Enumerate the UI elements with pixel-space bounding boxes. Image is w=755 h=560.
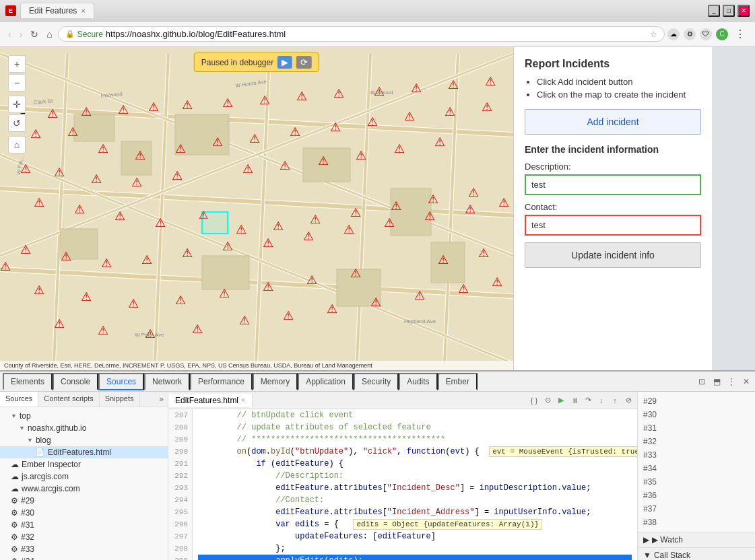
browser-favicon: E xyxy=(5,5,16,16)
tab-performance[interactable]: Performance xyxy=(190,373,253,390)
tree-item-top[interactable]: ▼ top xyxy=(0,410,168,422)
tree-item-editfeatures[interactable]: 📄 EditFeatures.html xyxy=(0,446,168,458)
bullet-2: Click on the map to create the incident xyxy=(537,90,701,100)
tree-item-33[interactable]: ⚙ #33 xyxy=(0,543,168,555)
close-button[interactable]: ✕ xyxy=(737,5,750,17)
zoom-out-button[interactable]: − xyxy=(8,74,26,92)
star-icon[interactable]: ☆ xyxy=(650,30,657,39)
ext-icon-3[interactable]: 🛡 xyxy=(700,28,712,40)
editor-tab-file[interactable]: EditFeatures.html × xyxy=(168,394,253,407)
devtools-undock-icon[interactable]: ⬒ xyxy=(711,376,723,388)
tree-item-31[interactable]: ⚙ #31 xyxy=(0,519,168,531)
sources-tab-snippets[interactable]: Snippets xyxy=(100,392,140,407)
paused-text: Paused in debugger xyxy=(201,58,273,67)
zoom-in-button[interactable]: + xyxy=(8,55,26,73)
update-button[interactable]: Update incident info xyxy=(525,242,701,268)
callstack-header[interactable]: ▼ Call Stack xyxy=(638,548,755,560)
devtools-close-icon[interactable]: ✕ xyxy=(740,376,752,388)
home-button[interactable]: ⌂ xyxy=(44,26,55,42)
tree-item-30[interactable]: ⚙ #30 xyxy=(0,507,168,519)
tab-sources[interactable]: Sources xyxy=(98,373,144,390)
menu-button[interactable]: ⋮ xyxy=(731,26,750,42)
tree-item-29[interactable]: ⚙ #29 xyxy=(0,495,168,507)
resume-button[interactable]: ▶ xyxy=(277,56,292,69)
forward-button[interactable]: › xyxy=(17,26,26,42)
home-map-button[interactable]: ⌂ xyxy=(8,136,26,153)
tab-security[interactable]: Security xyxy=(354,373,399,390)
cloud-icon-ember: ☁ xyxy=(11,460,19,469)
tab-close-icon[interactable]: × xyxy=(81,7,85,15)
sources-tab-more[interactable]: » xyxy=(155,392,168,407)
devtools-more-icon[interactable]: ⋮ xyxy=(725,376,737,388)
address-bar[interactable]: 🔒 Secure https://noashx.github.io/blog/E… xyxy=(58,26,665,42)
gear-icon-31: ⚙ xyxy=(11,520,18,530)
tab-network[interactable]: Network xyxy=(144,373,190,390)
tab-ember[interactable]: Ember xyxy=(438,373,478,390)
contact-input[interactable] xyxy=(525,215,701,236)
compass-button[interactable]: ✛ xyxy=(8,96,26,113)
tree-item-jsarcgis[interactable]: ☁ js.arcgis.com xyxy=(0,470,168,483)
tab-elements[interactable]: Elements xyxy=(3,373,53,390)
active-tab[interactable]: Edit Features × xyxy=(20,3,94,18)
gear-icon-32: ⚙ xyxy=(11,532,18,542)
tab-memory[interactable]: Memory xyxy=(253,373,298,390)
step-out-icon[interactable]: ↑ xyxy=(609,394,621,407)
form-title: Enter the incident information xyxy=(525,144,701,155)
sources-tab-sources[interactable]: Sources xyxy=(0,392,38,407)
format-icon[interactable]: { } xyxy=(528,394,540,407)
tree-label-wwwarcgis: www.arcgis.com xyxy=(22,484,80,493)
tree-label-32: #32 xyxy=(21,532,34,542)
map-container: Clark St Horwood W Home Ave Briawood W F… xyxy=(0,47,513,370)
callstack-chevron: ▼ xyxy=(643,551,651,560)
back-button[interactable]: ‹ xyxy=(5,26,14,42)
tab-application[interactable]: Application xyxy=(298,373,354,390)
tree-item-wwwarcgis[interactable]: ☁ www.arcgis.com xyxy=(0,483,168,495)
tab-console[interactable]: Console xyxy=(53,373,98,390)
code-editor: EditFeatures.html × { } ⊙ ▶ ⏸ ↷ ↓ ↑ ⊘ xyxy=(168,392,637,560)
devtools-dock-icon[interactable]: ⊡ xyxy=(696,376,708,388)
reload-button[interactable]: ↻ xyxy=(28,26,41,42)
tree-item-34[interactable]: ⚙ #34 xyxy=(0,555,168,560)
cloud-icon-wwwarcgis: ☁ xyxy=(11,484,19,493)
rotate-button[interactable]: ↺ xyxy=(8,114,26,132)
pause-icon[interactable]: ⏸ xyxy=(568,394,581,407)
tab-audits[interactable]: Audits xyxy=(399,373,437,390)
ext-icon-2[interactable]: ⚙ xyxy=(684,28,696,40)
code-line-292: //Description: xyxy=(198,470,632,482)
step-in-icon[interactable]: ↓ xyxy=(595,394,608,407)
callstack-label: Call Stack xyxy=(654,551,690,560)
watch-header[interactable]: ▶ ▶ Watch xyxy=(638,532,755,547)
navigate-icon[interactable]: ⊙ xyxy=(541,394,554,407)
right-num-32: #32 xyxy=(638,435,755,448)
folder-chevron: ▼ xyxy=(11,413,17,419)
add-incident-button[interactable]: Add incident xyxy=(525,109,701,135)
sources-sidebar: Sources Content scripts Snippets » ▼ top… xyxy=(0,392,168,560)
right-num-31: #31 xyxy=(638,421,755,435)
sources-tab-content[interactable]: Content scripts xyxy=(38,392,99,407)
ext-icon-4[interactable]: C xyxy=(716,28,728,40)
map-attribution: County of Riverside, Esri, HERE, DeLorme… xyxy=(0,361,513,370)
right-num-29: #29 xyxy=(638,394,755,408)
tree-item-32[interactable]: ⚙ #32 xyxy=(0,531,168,543)
lock-icon: 🔒 xyxy=(65,30,75,38)
title-bar: E Edit Features × _ □ ✕ xyxy=(0,0,755,22)
ext-icon-1[interactable]: ☁ xyxy=(667,28,680,40)
minimize-button[interactable]: _ xyxy=(708,5,720,17)
svg-rect-24 xyxy=(121,141,152,175)
step-over-icon[interactable]: ↷ xyxy=(582,394,594,407)
step-button[interactable]: ⟳ xyxy=(296,56,312,69)
editor-tab-bar: EditFeatures.html × { } ⊙ ▶ ⏸ ↷ ↓ ↑ ⊘ xyxy=(168,392,637,409)
code-area[interactable]: 287 288 289 290 291 292 293 294 295 296 … xyxy=(168,409,637,560)
code-line-298: updateFeatures: [editFeature] xyxy=(198,530,632,542)
maximize-button[interactable]: □ xyxy=(723,5,735,17)
code-line-293: editFeature.attributes["Incident_Desc"] … xyxy=(198,482,632,494)
tree-item-github[interactable]: ▼ noashx.github.io xyxy=(0,422,168,434)
run-icon[interactable]: ▶ xyxy=(555,394,567,407)
tree-item-blog[interactable]: ▼ blog xyxy=(0,434,168,446)
tree-item-ember[interactable]: ☁ Ember Inspector xyxy=(0,458,168,470)
watch-label: ▶ Watch xyxy=(652,535,683,545)
editor-tab-close[interactable]: × xyxy=(241,396,245,404)
description-input[interactable] xyxy=(525,174,701,195)
deactivate-icon[interactable]: ⊘ xyxy=(622,394,634,407)
svg-text:W Palm Ave: W Palm Ave xyxy=(135,332,164,338)
